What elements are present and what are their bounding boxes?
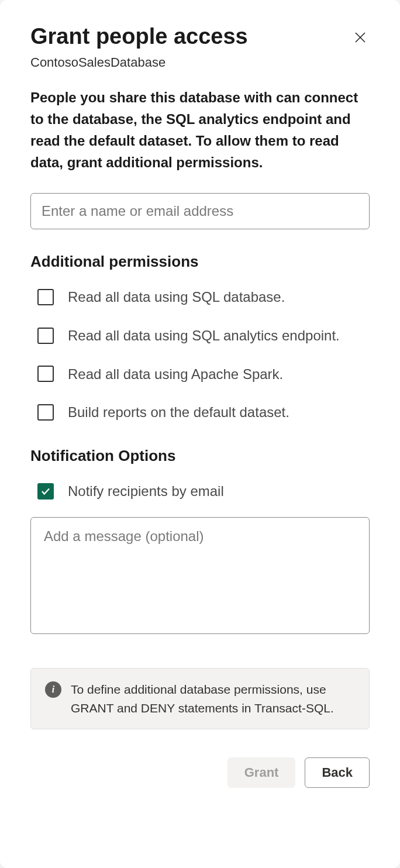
info-box: i To define additional database permissi… <box>30 668 370 729</box>
checkbox-icon <box>37 328 54 344</box>
permissions-group: Read all data using SQL database. Read a… <box>30 287 370 422</box>
grant-button[interactable]: Grant <box>227 757 296 788</box>
permission-build-reports[interactable]: Build reports on the default dataset. <box>30 402 370 422</box>
checkbox-label: Build reports on the default dataset. <box>68 402 289 422</box>
dialog-title: Grant people access <box>30 23 370 50</box>
button-row: Grant Back <box>30 757 370 788</box>
message-textarea[interactable] <box>30 517 370 634</box>
checkbox-label: Read all data using Apache Spark. <box>68 364 283 384</box>
checkbox-icon <box>37 289 54 305</box>
close-button[interactable] <box>351 28 370 47</box>
checkbox-icon <box>37 404 54 421</box>
permission-sql-analytics[interactable]: Read all data using SQL analytics endpoi… <box>30 326 370 346</box>
info-icon: i <box>45 681 61 698</box>
checkbox-label: Read all data using SQL database. <box>68 287 285 307</box>
checkbox-icon <box>37 483 54 500</box>
dialog-header: Grant people access ContosoSalesDatabase <box>30 23 370 70</box>
notify-recipients-checkbox[interactable]: Notify recipients by email <box>30 481 370 501</box>
back-button[interactable]: Back <box>305 757 370 788</box>
dialog-description: People you share this database with can … <box>30 87 370 174</box>
permissions-heading: Additional permissions <box>30 253 370 271</box>
dialog-subtitle: ContosoSalesDatabase <box>30 55 370 70</box>
notification-heading: Notification Options <box>30 447 370 465</box>
close-icon <box>353 30 367 44</box>
checkbox-label: Notify recipients by email <box>68 481 224 501</box>
permission-apache-spark[interactable]: Read all data using Apache Spark. <box>30 364 370 384</box>
info-text: To define additional database permission… <box>71 680 355 717</box>
checkbox-label: Read all data using SQL analytics endpoi… <box>68 326 340 346</box>
checkbox-icon <box>37 366 54 382</box>
permission-sql-database[interactable]: Read all data using SQL database. <box>30 287 370 307</box>
grant-access-dialog: Grant people access ContosoSalesDatabase… <box>0 0 400 868</box>
name-email-input[interactable] <box>30 193 370 229</box>
notification-section: Notification Options Notify recipients b… <box>30 447 370 655</box>
